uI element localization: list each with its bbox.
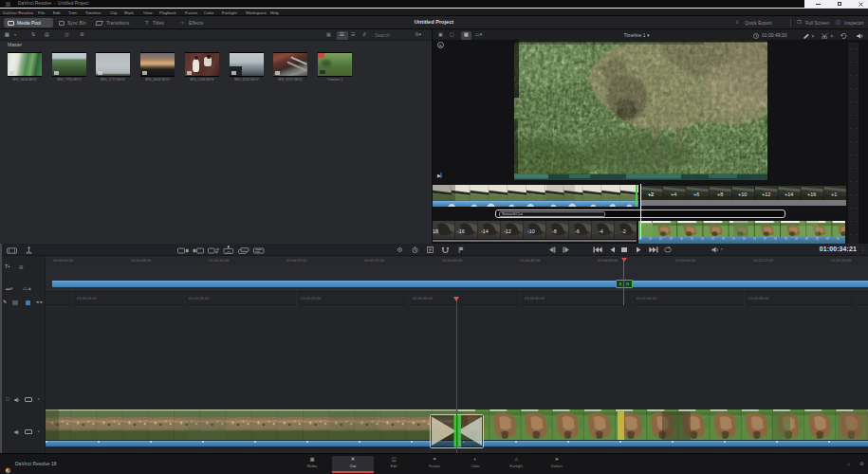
svg-text:-14: -14 — [481, 228, 489, 234]
svg-text:-10: -10 — [527, 228, 535, 234]
svg-text:-8: -8 — [552, 228, 557, 234]
svg-text:+1: +1 — [831, 191, 837, 197]
svg-text:+2: +2 — [648, 192, 654, 197]
svg-text:+2: +2 — [648, 191, 654, 197]
svg-text:-16: -16 — [457, 228, 465, 234]
svg-text:+4: +4 — [671, 191, 676, 197]
svg-text:+8: +8 — [717, 191, 723, 197]
svg-text:18: 18 — [433, 228, 438, 234]
svg-text:-4: -4 — [599, 228, 603, 234]
svg-text:+12: +12 — [762, 191, 770, 197]
svg-text:+10: +10 — [738, 191, 747, 197]
svg-text:+16: +16 — [807, 191, 816, 197]
svg-text:-12: -12 — [504, 228, 511, 234]
svg-text:+6: +6 — [693, 191, 699, 197]
svg-text:-2: -2 — [621, 228, 626, 234]
svg-text:+14: +14 — [785, 191, 793, 197]
svg-text:-6: -6 — [575, 228, 580, 234]
